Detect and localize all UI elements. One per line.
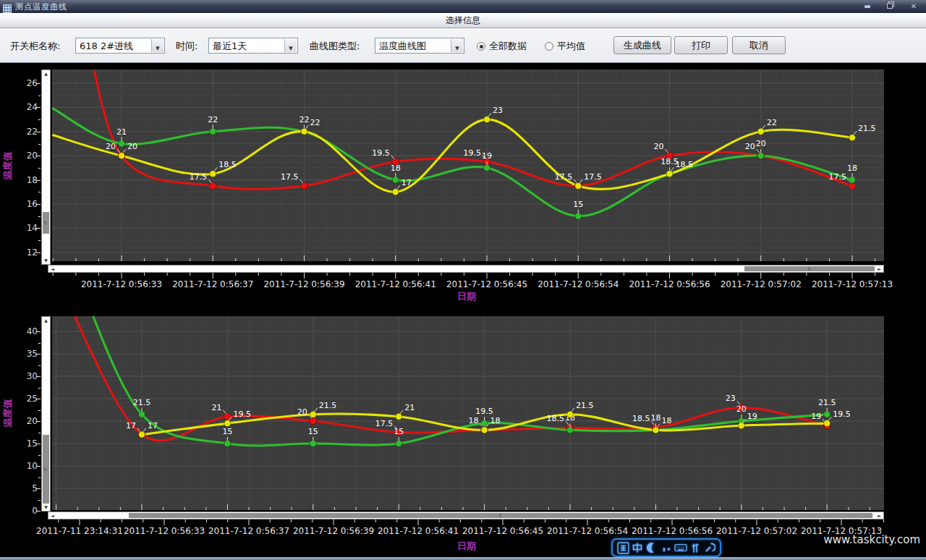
point-label: 18.5 [547,414,565,423]
chart2-hscroll-left-button[interactable]: ◄ [49,512,56,519]
x-tick-label: 2011-7-12 0:56:39 [276,526,391,536]
wrench-icon[interactable] [703,541,716,554]
chart1-hscroll-right-button[interactable]: ► [876,266,883,272]
series-green-point [484,164,490,171]
y-tick-label: 40 [16,326,38,336]
point-label: 22 [310,118,320,127]
chart1-hscrollbar[interactable]: ◄►⦀ [48,265,884,273]
chart-type-select-arrow-icon[interactable]: ▼ [451,39,463,52]
point-label: 21.5 [133,398,151,407]
time-select[interactable]: 最近1天 ▼ [208,38,298,54]
point-label: 20 [297,407,307,417]
point-label: 17.5 [190,172,208,182]
chinese-mode-icon[interactable] [631,541,644,554]
x-tick-label: 2011-7-12 0:57:13 [794,279,910,289]
y-tick-label: 5 [16,483,38,493]
point-label: 20 [736,404,747,414]
y-tick-label: 35 [16,349,38,359]
ime-logo-icon[interactable] [616,541,629,554]
chart2: 17212017.51818.518.5231921.515151519.518… [0,0,926,560]
radio-average-dot[interactable] [545,42,553,51]
info-bar-title: 选择信息 [0,13,926,27]
series-green-point [224,441,231,447]
print-button[interactable]: 打印 [674,36,728,54]
chart-type-select[interactable]: 温度曲线图 ▼ [375,38,464,54]
plot-grid [52,316,884,510]
chart2-hscrollbar[interactable]: ◄►⦀ [48,512,884,519]
chart2-vscroll-thumb[interactable]: ≡ [43,435,49,504]
cabinet-name-label: 开关柜名称: [10,40,60,53]
chart2-vscroll-down-button[interactable]: ▼ [42,504,50,511]
series-red-point [392,158,399,166]
chart1-hscroll-left-button[interactable]: ◄ [49,266,56,272]
point-label: 19 [811,412,821,421]
y-minor-tick-mark [38,455,41,456]
point-label: 19.5 [233,410,251,419]
radio-all-data-dot[interactable] [477,42,485,51]
chart1-hscroll-thumb[interactable]: ⦀ [744,266,875,271]
y-tick-label: 14 [16,223,38,233]
chart1-vscroll-down-button[interactable]: ▼ [42,257,50,264]
point-label: 21.5 [858,124,876,133]
y-tick-label: 26 [16,78,38,88]
x-axis-title: 日期 [457,540,476,553]
x-tick-label: 2011-7-12 0:56:56 [614,526,730,536]
point-label: 15 [573,200,583,209]
point-label: 19.5 [372,148,390,158]
y-tick-label: 30 [16,371,38,381]
close-button[interactable]: ✕ [906,1,922,11]
chart1-vscroll-thumb[interactable]: ≡ [43,212,49,234]
point-label: 20 [106,142,116,151]
time-select-arrow-icon[interactable]: ▼ [284,39,297,52]
cabinet-select-arrow-icon[interactable]: ▼ [151,39,163,52]
radio-average[interactable]: 平均值 [545,40,585,53]
series-red-point [566,424,574,431]
x-tick-label: 2011-7-12 0:56:45 [429,279,545,289]
series-yellow-point [396,413,402,420]
window-bottom-border [0,557,926,560]
chart2-vscrollbar[interactable]: ▲▼≡ [41,316,51,512]
series-yellow-point [481,427,488,433]
chart2-hscroll-thumb[interactable]: ⦀ [129,513,872,518]
series-yellow-point [210,171,216,177]
y-minor-tick-mark [38,168,41,169]
y-tick-label: 18 [16,175,38,185]
info-bar: 选择信息 [0,13,926,28]
cabinet-select[interactable]: 618 2#进线 ▼ [75,38,165,54]
y-tick-mark [36,156,41,156]
series-red-point [301,182,308,190]
point-label: 15 [394,427,404,436]
punctuation-icon[interactable] [660,541,673,554]
maximize-button[interactable] [883,1,899,11]
chart2-vscroll-up-button[interactable]: ▲ [42,317,50,324]
y-tick-label: 24 [16,102,38,112]
series-yellow-point [567,411,574,417]
chart2-hscroll-grip: ⦀ [499,514,502,517]
series-green-point [210,128,216,135]
chart2-plot: 17212017.51818.518.5231921.515151519.518… [52,316,884,510]
cancel-button[interactable]: 取消 [732,36,786,54]
soft-keyboard-icon[interactable] [674,541,687,554]
chart1-vscroll-up-button[interactable]: ▲ [42,70,50,77]
y-tick-label: 12 [16,247,38,258]
point-label: 18 [661,416,671,425]
point-label: 22 [300,115,310,124]
fullwidth-moon-icon[interactable] [645,541,658,554]
series-yellow-point [301,128,307,135]
chart2-axis-tick-strip [48,519,884,526]
radio-all-data[interactable]: 全部数据 [477,40,527,53]
x-tick-label: 2011-7-12 0:56:41 [338,279,454,289]
minimize-button[interactable]: ▬ [859,1,875,11]
generate-curve-button[interactable]: 生成曲线 [613,36,671,54]
point-label: 18 [847,164,857,173]
x-tick-label: 2011-7-12 0:56:39 [247,279,362,289]
series-yellow-point [224,420,231,427]
chart2-hscroll-right-button[interactable]: ► [876,512,883,519]
ime-language-bar [611,538,721,557]
point-label: 15 [222,427,232,436]
series-red-points: 17212017.51818.518.52319 [126,394,831,438]
series-red-point [738,404,745,411]
chart1-vscrollbar[interactable]: ▲▼≡ [41,69,51,265]
x-tick-label: 2011-7-12 0:56:37 [155,279,271,289]
band-icon[interactable] [689,541,702,554]
